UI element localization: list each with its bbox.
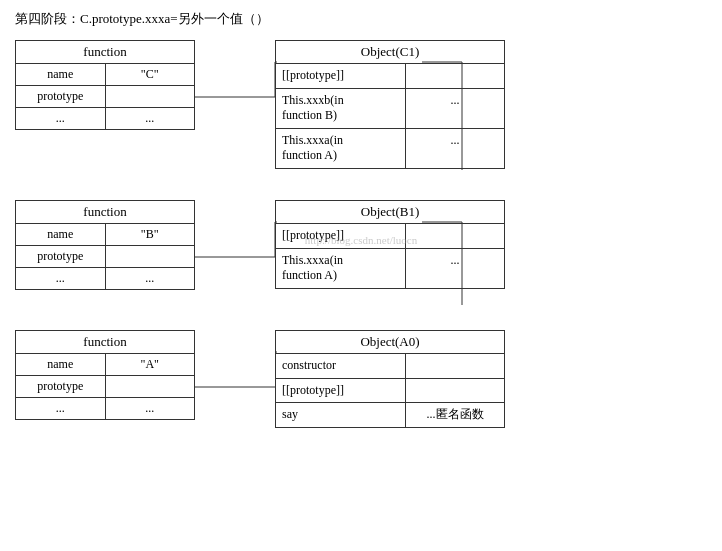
func-row-c-proto: prototype — [16, 86, 194, 108]
func-row-a-name: name "A" — [16, 354, 194, 376]
func-cell-c-name-val: "C" — [106, 64, 195, 85]
func-table-a: function name "A" prototype ... ... — [15, 330, 195, 420]
connector-b-svg — [195, 200, 275, 310]
func-cell-b-proto-key: prototype — [16, 246, 106, 267]
obj-row-a0-say: say ...匿名函数 — [276, 403, 504, 427]
func-cell-a-proto-key: prototype — [16, 376, 106, 397]
func-row-b-name: name "B" — [16, 224, 194, 246]
page-title: 第四阶段：C.prototype.xxxa=另外一个值（） — [15, 10, 707, 28]
func-cell-b-dots-key: ... — [16, 268, 106, 289]
func-cell-c-proto-key: prototype — [16, 86, 106, 107]
func-cell-b-dots-val: ... — [106, 268, 195, 289]
func-cell-a-proto-val — [106, 376, 195, 397]
func-cell-b-name-key: name — [16, 224, 106, 245]
func-cell-c-proto-val — [106, 86, 195, 107]
obj-row-a0-proto: [[prototype]] — [276, 379, 504, 404]
obj-cell-a0-say-key: say — [276, 403, 406, 427]
obj-cell-c1-proto-key: [[prototype]] — [276, 64, 406, 88]
obj-cell-a0-proto-key: [[prototype]] — [276, 379, 406, 403]
func-cell-b-name-val: "B" — [106, 224, 195, 245]
right-ext-b — [422, 200, 502, 310]
obj-cell-a0-constructor-val — [406, 354, 504, 378]
func-row-c-name: name "C" — [16, 64, 194, 86]
func-header-a: function — [16, 331, 194, 354]
obj-row-a0-constructor: constructor — [276, 354, 504, 379]
section-b: function name "B" prototype ... ... — [15, 200, 707, 310]
obj-table-a0: Object(A0) constructor [[prototype]] say… — [275, 330, 505, 428]
func-row-a-proto: prototype — [16, 376, 194, 398]
section-a: function name "A" prototype ... ... — [15, 330, 707, 440]
connector-a-svg — [195, 330, 275, 440]
obj-cell-a0-proto-val — [406, 379, 504, 403]
func-table-c: function name "C" prototype ... ... — [15, 40, 195, 130]
row-a: function name "A" prototype ... ... — [15, 330, 707, 440]
page-container: 第四阶段：C.prototype.xxxa=另外一个值（） function n… — [15, 10, 707, 440]
section-c: function name "C" prototype ... ... — [15, 40, 707, 180]
func-cell-a-dots-val: ... — [106, 398, 195, 419]
obj-cell-c1-xxxb-key: This.xxxb(in function B) — [276, 89, 406, 128]
right-ext-c — [422, 40, 502, 180]
obj-cell-b1-xxxa-key: This.xxxa(in function A) — [276, 249, 406, 288]
row-c: function name "C" prototype ... ... — [15, 40, 707, 190]
func-cell-a-dots-key: ... — [16, 398, 106, 419]
row-b: function name "B" prototype ... ... — [15, 200, 707, 310]
func-cell-c-name-key: name — [16, 64, 106, 85]
func-cell-b-proto-val — [106, 246, 195, 267]
func-cell-c-dots-val: ... — [106, 108, 195, 129]
func-row-a-dots: ... ... — [16, 398, 194, 419]
func-table-b: function name "B" prototype ... ... — [15, 200, 195, 290]
obj-header-a0: Object(A0) — [276, 331, 504, 354]
func-cell-c-dots-key: ... — [16, 108, 106, 129]
func-row-b-dots: ... ... — [16, 268, 194, 289]
connector-c-svg — [195, 40, 275, 190]
func-row-b-proto: prototype — [16, 246, 194, 268]
func-header-c: function — [16, 41, 194, 64]
func-header-b: function — [16, 201, 194, 224]
obj-cell-b1-proto-key: [[prototype]] — [276, 224, 406, 248]
obj-cell-a0-constructor-key: constructor — [276, 354, 406, 378]
func-cell-a-name-val: "A" — [106, 354, 195, 375]
func-cell-a-name-key: name — [16, 354, 106, 375]
obj-cell-c1-xxxa-key: This.xxxa(in function A) — [276, 129, 406, 168]
obj-cell-a0-say-val: ...匿名函数 — [406, 403, 504, 427]
diagram-container: function name "C" prototype ... ... — [15, 40, 707, 440]
func-row-c-dots: ... ... — [16, 108, 194, 129]
